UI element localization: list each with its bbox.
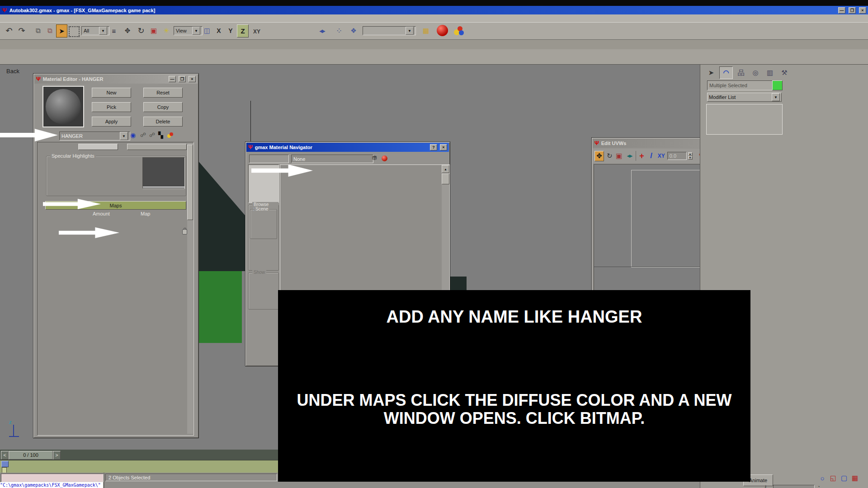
scrollbar-thumb[interactable]: [187, 145, 193, 220]
xy-coords-icon[interactable]: XY: [657, 150, 666, 161]
scrollbar-thumb[interactable]: [442, 174, 449, 184]
modify-tab-icon[interactable]: ◠: [719, 66, 733, 79]
restrict-y-icon[interactable]: Y: [225, 25, 236, 36]
reference-coordinate-dropdown[interactable]: View ▼: [174, 26, 203, 35]
delete-from-library-icon[interactable]: [382, 155, 387, 161]
chevron-down-icon[interactable]: ▼: [772, 93, 780, 101]
selection-filter-dropdown[interactable]: All ▼: [81, 26, 109, 35]
minimize-button[interactable]: —: [838, 7, 845, 14]
move-icon[interactable]: ✥: [122, 25, 133, 36]
copy-button[interactable]: Copy: [143, 102, 183, 112]
restrict-z-icon[interactable]: Z: [237, 24, 249, 38]
restrict-xy-icon[interactable]: XY: [251, 26, 262, 37]
unlink-icon[interactable]: ⧉: [44, 25, 55, 36]
close-button[interactable]: ×: [859, 7, 866, 14]
delete-button[interactable]: Delete: [143, 117, 183, 127]
render-icon[interactable]: [437, 25, 448, 36]
help-button[interactable]: ?: [430, 144, 437, 150]
object-color-swatch[interactable]: [772, 80, 783, 90]
maxscript-mini-listener[interactable]: [1, 474, 104, 482]
pick-button[interactable]: Pick: [92, 102, 131, 112]
material-navigator-titlebar[interactable]: Ψ gmax Material Navigator ? ×: [246, 143, 449, 152]
rollout-fragment[interactable]: [127, 144, 187, 150]
scroll-up-icon[interactable]: ▲: [442, 165, 449, 173]
time-slider-thumb[interactable]: [1, 461, 9, 467]
mirror-icon[interactable]: ◀▶: [316, 25, 327, 36]
object-name-field[interactable]: Multiple Selected: [707, 80, 775, 90]
uv-coordinate-field[interactable]: 0.0: [667, 152, 687, 160]
pick-material-icon[interactable]: ☍: [140, 131, 146, 138]
zoom-all-icon[interactable]: ◱: [828, 473, 838, 483]
app-titlebar[interactable]: Ψ Autobak302.gmax - gmax - [FSX_GMaxGame…: [0, 6, 868, 14]
add-point-icon[interactable]: +: [637, 150, 646, 161]
material-path-field[interactable]: None: [291, 155, 373, 163]
get-material-icon[interactable]: ◉: [130, 131, 136, 139]
zoom-extents-all-icon[interactable]: ▦: [850, 473, 860, 483]
rotate-icon[interactable]: ↻: [136, 25, 146, 36]
zoom-extents-icon[interactable]: ▢: [839, 473, 849, 483]
minimize-button[interactable]: —: [169, 76, 176, 82]
select-object-icon[interactable]: ➤: [56, 24, 67, 38]
chevron-down-icon[interactable]: ▼: [120, 132, 128, 140]
close-icon[interactable]: ×: [440, 144, 447, 150]
named-selection-icon[interactable]: ▦: [420, 25, 431, 36]
undo-icon[interactable]: ↶: [4, 25, 14, 36]
show-map-icon[interactable]: [167, 132, 174, 139]
next-frame-button[interactable]: >: [53, 451, 61, 460]
timeline-ruler[interactable]: [0, 460, 278, 473]
selection-region-icon[interactable]: [69, 26, 80, 37]
link-icon[interactable]: ⧉: [33, 25, 43, 36]
line-tool-icon[interactable]: /: [647, 150, 655, 161]
manipulate-icon[interactable]: ✳: [161, 25, 172, 36]
hierarchy-tab-icon[interactable]: 品: [735, 67, 747, 79]
rotate-uv-icon[interactable]: ↻: [605, 150, 613, 161]
material-preview[interactable]: [42, 86, 84, 127]
array-icon[interactable]: ⁘: [334, 25, 344, 36]
use-center-icon[interactable]: ◫: [202, 25, 212, 36]
maps-rollout-title: Maps: [110, 203, 122, 208]
edit-uvws-title: Edit UVWs: [601, 141, 627, 146]
mirror-uv-icon[interactable]: ◀▶: [625, 150, 635, 161]
named-selection-dropdown[interactable]: ▼: [363, 26, 416, 35]
modifier-list-dropdown[interactable]: Modifier List ▼: [707, 93, 782, 102]
scale-uv-icon[interactable]: ▣: [615, 150, 623, 161]
maxscript-listener-line[interactable]: "C:\gmax\gamepacks\FSX_GMaxGamepack\": [0, 482, 103, 488]
material-name-dropdown[interactable]: HANGER ▼: [59, 131, 130, 141]
key-icon[interactable]: ⚷: [764, 484, 767, 488]
chevron-down-icon[interactable]: ▼: [192, 27, 200, 35]
new-button[interactable]: New: [92, 88, 131, 98]
rollout-fragment[interactable]: [78, 144, 118, 150]
motion-tab-icon[interactable]: ◎: [749, 67, 762, 79]
maximize-button[interactable]: ❐: [179, 76, 186, 82]
uv-coordinate-spinner[interactable]: ▲▼: [688, 152, 693, 160]
maximize-button[interactable]: ❐: [849, 7, 856, 14]
chevron-down-icon[interactable]: ▼: [406, 27, 414, 35]
restrict-x-icon[interactable]: X: [213, 25, 224, 36]
rollout-area: Specular Highlights Maps Amount Map: [37, 142, 194, 436]
lock-icon[interactable]: [182, 229, 187, 235]
put-to-library-icon[interactable]: ⛃: [372, 155, 377, 161]
zoom-viewport-icon[interactable]: ○: [817, 473, 827, 483]
apply-button[interactable]: Apply: [92, 117, 131, 127]
material-editor-icon[interactable]: [453, 26, 464, 36]
current-frame-field[interactable]: [773, 485, 815, 488]
material-editor-titlebar[interactable]: Ψ Material Editor - HANGER — ❐ ×: [34, 75, 198, 84]
time-config-icon[interactable]: ◔: [817, 484, 820, 488]
scale-icon[interactable]: ▣: [148, 25, 159, 36]
previous-frame-button[interactable]: <: [1, 451, 9, 460]
rollout-scrollbar[interactable]: [187, 143, 193, 434]
select-by-name-icon[interactable]: ≡: [108, 25, 119, 36]
assign-material-icon[interactable]: ☍: [149, 131, 155, 138]
close-icon[interactable]: ×: [189, 76, 196, 82]
move-uv-icon[interactable]: ✥: [594, 151, 604, 161]
utilities-tab-icon[interactable]: ⚒: [778, 67, 791, 79]
viewport-label[interactable]: Back: [6, 68, 19, 75]
redo-icon[interactable]: ↷: [16, 25, 27, 36]
reset-button[interactable]: Reset: [143, 88, 183, 98]
snap-toggle-icon[interactable]: ❖: [348, 25, 359, 36]
create-tab-icon[interactable]: ➤: [705, 67, 717, 79]
display-tab-icon[interactable]: ▥: [764, 67, 776, 79]
command-panel-tabs: ➤ ◠ 品 ◎ ▥ ⚒: [705, 66, 791, 79]
checker-icon[interactable]: ▚: [158, 131, 163, 139]
chevron-down-icon[interactable]: ▼: [99, 27, 107, 35]
